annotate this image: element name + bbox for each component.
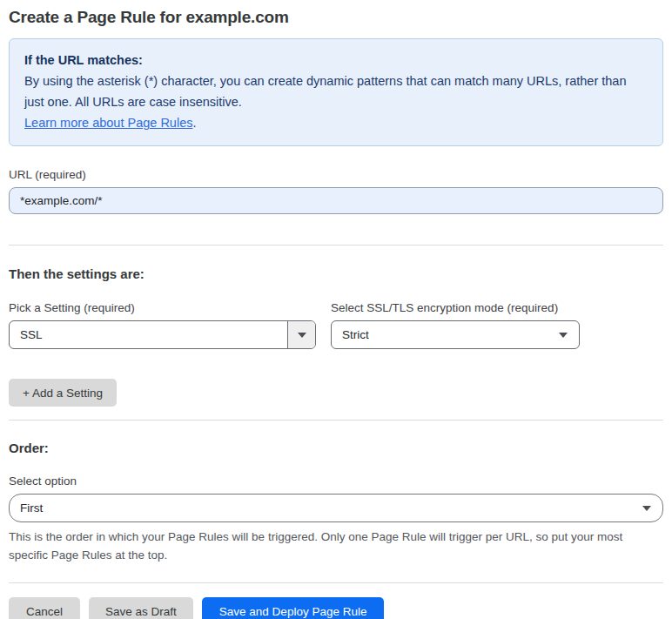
order-section-heading: Order: [9,421,663,455]
order-help-text: This is the order in which your Page Rul… [9,528,660,564]
settings-row: Pick a Setting (required) SSL Select SSL… [9,301,663,349]
settings-section-heading: Then the settings are: [9,246,663,281]
divider [9,582,663,583]
save-and-deploy-button[interactable]: Save and Deploy Page Rule [202,597,385,619]
order-select-label: Select option [9,474,663,488]
ssl-mode-label: Select SSL/TLS encryption mode (required… [331,301,580,314]
page-rule-form: Create a Page Rule for example.com If th… [0,0,672,619]
footer-actions: Cancel Save as Draft Save and Deploy Pag… [9,597,663,619]
url-match-info-box: If the URL matches: By using the asteris… [9,38,663,146]
ssl-mode-group: Select SSL/TLS encryption mode (required… [331,301,580,349]
info-box-heading: If the URL matches: [24,50,648,71]
link-suffix: . [192,116,196,130]
learn-more-link[interactable]: Learn more about Page Rules [24,116,192,130]
ssl-mode-select[interactable]: Strict [331,320,580,349]
info-box-link-line: Learn more about Page Rules. [24,112,648,133]
url-input[interactable] [9,187,663,214]
setting-picker-value: SSL [10,328,287,341]
setting-picker-caret-button[interactable] [287,321,315,348]
setting-picker-group: Pick a Setting (required) SSL [9,301,316,349]
save-as-draft-button[interactable]: Save as Draft [89,597,193,619]
order-select[interactable]: First [9,494,663,522]
url-field-label: URL (required) [9,168,663,181]
setting-picker-select[interactable]: SSL [9,320,316,349]
info-box-body: By using the asterisk (*) character, you… [24,71,634,112]
caret-down-icon [642,506,651,511]
caret-down-icon [559,333,568,338]
order-select-value: First [10,501,642,515]
add-setting-button[interactable]: + Add a Setting [9,379,117,407]
cancel-button[interactable]: Cancel [9,597,80,619]
setting-picker-label: Pick a Setting (required) [9,301,316,314]
caret-down-icon [298,333,306,338]
ssl-mode-value: Strict [332,328,559,341]
page-title: Create a Page Rule for example.com [9,0,663,27]
